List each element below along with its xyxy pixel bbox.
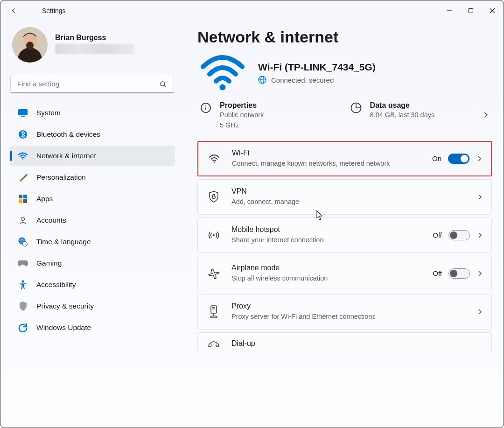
close-button[interactable] [482,3,503,19]
svg-point-16 [21,218,25,221]
svg-rect-13 [23,195,27,198]
search-input[interactable] [10,75,174,93]
chevron-right-icon [476,155,483,162]
app-title: Settings [42,7,66,14]
profile-email-redacted [55,44,134,54]
nav-item-time-language[interactable]: Time & language [9,232,175,252]
nav-item-accounts[interactable]: Accounts [9,210,175,231]
card-title: Airplane mode [231,264,422,272]
card-mobile-hotspot[interactable]: Mobile hotspot Share your internet conne… [197,218,492,253]
svg-rect-14 [19,199,22,203]
nav-label: Bluetooth & devices [36,130,100,139]
avatar [12,27,48,63]
nav-list: System Bluetooth & devices Network & int… [9,102,175,339]
data-usage-subtitle: 8.04 GB, last 30 days [370,110,435,120]
nav-item-gaming[interactable]: Gaming [9,253,175,274]
nav-item-apps[interactable]: Apps [9,189,175,209]
paintbrush-icon [18,172,28,182]
proxy-icon [206,305,221,318]
hotspot-toggle[interactable] [448,230,470,240]
nav-item-network[interactable]: Network & internet [9,146,175,166]
chevron-right-icon [476,193,484,201]
data-usage-icon [350,101,363,114]
shield-lock-icon [206,191,221,203]
nav-item-privacy[interactable]: Privacy & security [9,296,175,316]
airplane-icon [206,268,221,279]
svg-point-35 [210,316,217,318]
minimize-button[interactable] [439,3,460,19]
wifi-icon [207,154,222,163]
nav-label: Accessibility [36,281,76,289]
nav-label: Privacy & security [36,302,94,310]
nav-item-personalization[interactable]: Personalization [9,167,175,188]
search-icon [159,80,167,88]
svg-point-19 [21,280,24,282]
chevron-right-icon [476,270,484,277]
svg-rect-9 [21,116,25,117]
connection-status-text: Connected, secured [271,76,334,84]
wifi-large-icon [197,55,248,91]
profile-name: Brian Burgess [55,34,134,42]
card-title: Wi-Fi [232,149,422,157]
properties-title: Properties [220,101,264,110]
nav-label: Apps [36,195,53,203]
svg-rect-1 [469,9,473,13]
wifi-icon [18,151,28,161]
card-subtitle: Share your internet connection [231,235,422,245]
nav-label: Network & internet [36,152,96,160]
connection-status: Wi-Fi (TP-LINK_7434_5G) Connected, secur… [197,55,492,91]
sidebar: Brian Burgess System Bluetooth & devi [0,21,184,428]
secured-globe-icon [258,76,266,84]
card-title: Dial-up [231,339,484,348]
card-proxy[interactable]: Proxy Proxy server for Wi-Fi and Etherne… [197,294,492,330]
svg-line-7 [164,85,165,86]
profile-block[interactable]: Brian Burgess [9,26,175,68]
nav-item-windows-update[interactable]: Windows Update [9,317,175,338]
nav-label: System [36,109,61,117]
card-title: VPN [231,187,466,196]
card-dial-up[interactable]: Dial-up [197,332,492,351]
airplane-toggle[interactable] [448,268,470,279]
card-subtitle: Proxy server for Wi-Fi and Ethernet conn… [231,312,427,322]
card-airplane-mode[interactable]: Airplane mode Stop all wireless communic… [197,256,492,291]
apps-icon [18,194,28,204]
maximize-button[interactable] [460,3,482,19]
properties-subtitle: Public network5 GHz [220,110,264,131]
svg-point-25 [205,105,206,106]
search-button[interactable] [154,75,171,93]
hotspot-toggle-state: Off [433,231,442,239]
properties-link[interactable]: Properties Public network5 GHz [197,100,342,132]
nav-item-bluetooth[interactable]: Bluetooth & devices [9,124,175,145]
svg-point-6 [160,81,164,85]
nav-label: Accounts [36,216,66,225]
back-button[interactable]: ← back [5,2,22,20]
gamepad-icon [18,258,28,268]
globe-clock-icon [18,237,28,247]
svg-rect-8 [18,109,28,115]
chevron-right-icon [476,308,484,316]
svg-point-5 [26,42,34,50]
card-wifi[interactable]: Wi-Fi Connect, manage known networks, me… [197,141,492,176]
card-vpn[interactable]: VPN Add, connect, manage [197,179,492,215]
nav-label: Gaming [36,259,62,267]
card-subtitle: Connect, manage known networks, metered … [232,159,422,168]
svg-point-11 [22,158,24,160]
svg-rect-12 [19,195,22,198]
chevron-right-icon [481,109,491,123]
shield-icon [18,301,28,311]
nav-item-system[interactable]: System [9,103,175,123]
nav-label: Time & language [36,238,91,246]
svg-rect-29 [212,196,215,198]
chevron-right-icon [476,232,484,239]
wifi-toggle-state: On [432,154,441,162]
data-usage-link[interactable]: Data usage 8.04 GB, last 30 days [348,100,475,121]
info-icon [199,101,212,114]
dialup-icon [206,340,221,347]
person-icon [18,215,28,225]
bluetooth-icon [18,129,28,140]
wifi-toggle[interactable] [448,154,469,164]
nav-label: Windows Update [36,323,91,332]
airplane-toggle-state: Off [433,269,442,277]
svg-point-28 [214,161,215,163]
nav-item-accessibility[interactable]: Accessibility [9,274,175,295]
